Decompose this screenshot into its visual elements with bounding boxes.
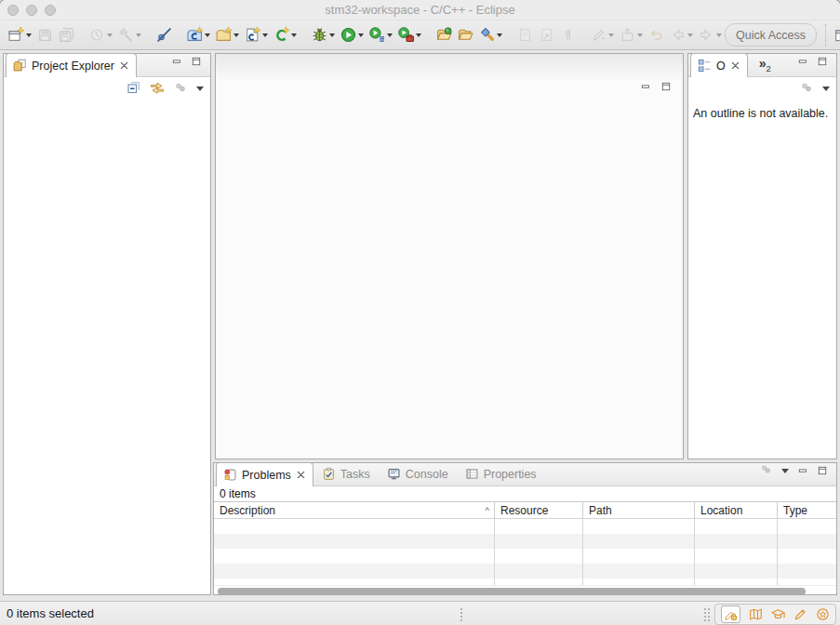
pen-lock-icon [724, 607, 738, 621]
external-tools-button[interactable] [396, 24, 423, 47]
column-path[interactable]: Path [583, 502, 695, 518]
scrollbar-thumb[interactable] [218, 588, 806, 595]
view-options-button[interactable] [173, 80, 188, 99]
dropdown-arrow-icon[interactable] [136, 33, 141, 37]
outline-icon [698, 59, 712, 73]
graduation-cap-icon [771, 607, 785, 621]
minimize-window-button[interactable] [26, 5, 37, 16]
column-resource[interactable]: Resource [495, 502, 583, 518]
tab-properties[interactable]: Properties [457, 462, 545, 485]
column-description[interactable]: Description ^ [214, 502, 495, 518]
tray-grip[interactable] [704, 608, 710, 621]
go-into-icon [620, 27, 635, 43]
minimize-view-button[interactable] [797, 463, 808, 480]
dropdown-arrow-icon[interactable] [687, 33, 693, 37]
column-type[interactable]: Type [778, 502, 836, 518]
view-options-button[interactable] [799, 80, 814, 99]
dropdown-arrow-icon[interactable] [233, 33, 239, 37]
dropdown-arrow-icon[interactable] [637, 33, 643, 37]
show-whitespace-button[interactable] [558, 24, 578, 47]
selection-status: 0 items selected [7, 602, 94, 625]
view-menu-icon[interactable] [781, 469, 789, 473]
horizontal-scrollbar[interactable] [214, 585, 836, 597]
last-edit-location-button[interactable] [589, 24, 616, 47]
show-selected-element-button[interactable] [537, 24, 556, 47]
build-all-button[interactable] [87, 24, 114, 47]
close-icon[interactable] [119, 60, 129, 71]
tab-console[interactable]: Console [379, 462, 457, 485]
run-icon [340, 27, 356, 43]
dropdown-arrow-icon[interactable] [107, 33, 113, 37]
run-configurations-button[interactable] [367, 24, 394, 47]
minimize-view-button[interactable] [797, 54, 808, 71]
go-into-button[interactable] [618, 24, 645, 47]
back-arrow-icon [670, 27, 686, 43]
zoom-window-button[interactable] [45, 5, 56, 16]
problems-table-body[interactable] [214, 519, 836, 585]
view-menu-icon[interactable] [196, 86, 204, 91]
dropdown-arrow-icon[interactable] [387, 33, 393, 37]
dropdown-arrow-icon[interactable] [26, 33, 32, 37]
save-button[interactable] [35, 24, 55, 47]
column-location[interactable]: Location [695, 502, 778, 518]
dropdown-arrow-icon[interactable] [205, 33, 210, 37]
maximize-view-button[interactable] [191, 54, 202, 71]
forward-button[interactable] [697, 24, 724, 47]
tutorials-button[interactable] [771, 607, 785, 621]
new-c-project-button[interactable] [185, 24, 212, 47]
dropdown-arrow-icon[interactable] [329, 33, 335, 37]
save-all-button[interactable] [57, 24, 76, 47]
dropdown-arrow-icon[interactable] [608, 33, 614, 37]
minimize-view-button[interactable] [171, 54, 182, 71]
maximize-view-button[interactable] [817, 463, 828, 480]
view-options-button[interactable] [759, 462, 773, 480]
new-c-file-button[interactable] [243, 24, 270, 47]
back-button[interactable] [668, 24, 695, 47]
open-element-button[interactable] [434, 24, 454, 47]
run-button[interactable] [339, 24, 366, 47]
open-perspective-button[interactable] [834, 23, 840, 47]
tab-project-explorer[interactable]: Project Explorer [6, 53, 137, 77]
debug-button[interactable] [310, 24, 337, 47]
tab-tasks[interactable]: Tasks [313, 462, 379, 485]
close-icon[interactable] [296, 470, 306, 480]
close-icon[interactable] [730, 60, 740, 71]
tab-overflow-button[interactable]: » 2 [759, 58, 771, 76]
project-explorer-toolbar [4, 77, 210, 100]
maximize-view-button[interactable] [817, 54, 828, 71]
search-button[interactable] [477, 24, 504, 47]
editor-area[interactable] [215, 53, 684, 459]
dropdown-arrow-icon[interactable] [716, 33, 722, 37]
quick-access-input[interactable] [725, 23, 817, 47]
link-with-editor-button[interactable] [150, 80, 165, 99]
tab-problems[interactable]: Problems [216, 462, 313, 486]
collapse-all-button[interactable] [127, 80, 141, 99]
dropdown-arrow-icon[interactable] [416, 33, 421, 37]
close-window-button[interactable] [7, 5, 19, 16]
build-project-button[interactable] [116, 24, 143, 47]
new-source-folder-icon [216, 27, 232, 43]
tab-outline[interactable]: O [690, 53, 748, 77]
community-button[interactable] [816, 607, 830, 621]
new-source-folder-button[interactable] [214, 24, 241, 47]
dropdown-arrow-icon[interactable] [262, 33, 268, 37]
map-button[interactable] [749, 607, 763, 621]
mark-occurrences-button[interactable] [515, 24, 535, 47]
pencil-icon [793, 607, 807, 621]
project-explorer-tree[interactable] [4, 100, 210, 593]
open-resource-button[interactable] [456, 24, 475, 47]
maximize-editor-button[interactable] [660, 79, 672, 96]
undo-hook-button[interactable] [647, 24, 666, 47]
new-wizard-button[interactable] [7, 24, 33, 47]
view-menu-icon[interactable] [822, 86, 830, 91]
dropdown-arrow-icon[interactable] [497, 33, 502, 37]
status-bar: 0 items selected [0, 601, 840, 625]
skip-all-breakpoints-button[interactable] [154, 24, 174, 47]
dropdown-arrow-icon[interactable] [291, 33, 297, 37]
new-class-button[interactable] [272, 24, 299, 47]
minimize-editor-button[interactable] [640, 79, 651, 96]
pen-lock-button[interactable] [721, 605, 740, 623]
whats-new-button[interactable] [793, 607, 807, 621]
dropdown-arrow-icon[interactable] [358, 33, 364, 37]
statusbar-grip[interactable] [460, 608, 462, 621]
